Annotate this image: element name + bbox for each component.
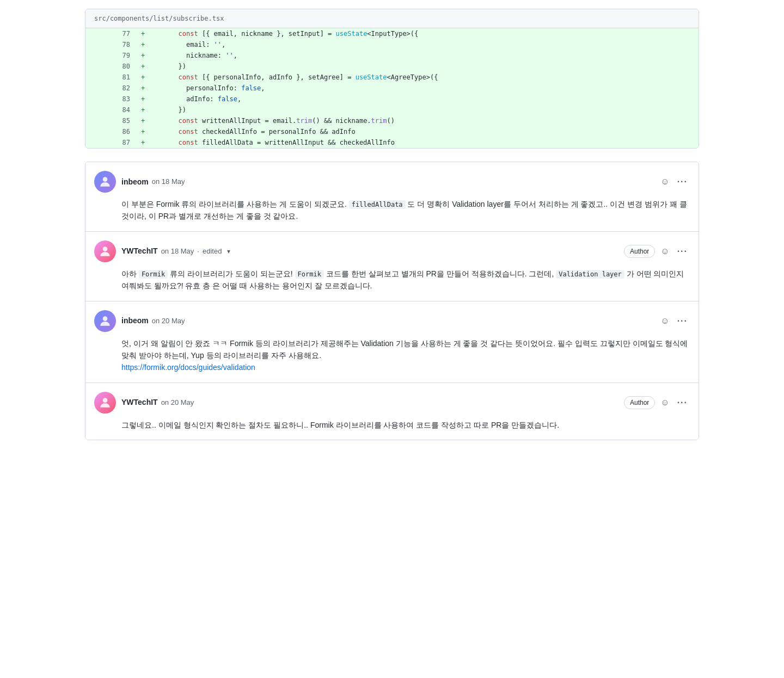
comment-body: 아하 Formik 류의 라이브러리가 도움이 되는군요! Formik 코드를… — [94, 268, 690, 292]
comment-body: 이 부분은 Formik 류의 라이브러리를 사용하는 게 도움이 되겠군요. … — [94, 198, 690, 223]
svg-point-1 — [103, 246, 108, 251]
code-line: 81+ const [{ personalInfo, adInfo }, set… — [85, 72, 699, 83]
line-number: 77 — [85, 28, 137, 39]
code-line: 86+ const checkedAllInfo = personalInfo … — [85, 126, 699, 137]
svg-point-2 — [103, 316, 108, 321]
line-number: 87 — [85, 137, 137, 148]
comment-item: inbeomon 18 May☺···이 부분은 Formik 류의 라이브러리… — [85, 162, 699, 232]
edited-label: edited — [203, 246, 222, 257]
comment-author-name: YWTechIT — [121, 397, 158, 408]
comment-thread: inbeomon 18 May☺···이 부분은 Formik 류의 라이브러리… — [85, 162, 699, 440]
more-options-button[interactable]: ··· — [675, 315, 690, 327]
code-line: 82+ personalInfo: false, — [85, 83, 699, 94]
line-content: email: '', — [161, 39, 699, 50]
author-badge: Author — [624, 396, 655, 409]
comment-header-right: ☺··· — [659, 176, 690, 188]
emoji-reaction-button[interactable]: ☺ — [659, 176, 670, 188]
comment-author-name: inbeom — [121, 315, 149, 326]
svg-point-0 — [103, 177, 108, 182]
code-table: 77+ const [{ email, nickname }, setInput… — [85, 28, 699, 148]
code-file-path: src/components/list/subscribe.tsx — [85, 9, 699, 28]
comment-header-left: inbeomon 20 May — [94, 310, 185, 332]
line-number: 84 — [85, 104, 137, 115]
comment-date: on 20 May — [161, 397, 194, 408]
line-content: const [{ email, nickname }, setInput] = … — [161, 28, 699, 39]
emoji-reaction-button[interactable]: ☺ — [659, 315, 670, 327]
more-options-button[interactable]: ··· — [675, 245, 690, 257]
line-marker: + — [137, 137, 161, 148]
line-marker: + — [137, 126, 161, 137]
line-marker: + — [137, 94, 161, 104]
inline-code: Formik — [295, 270, 324, 279]
line-content: const [{ personalInfo, adInfo }, setAgre… — [161, 72, 699, 83]
comment-meta: inbeomon 18 May — [121, 176, 185, 188]
comment-item: inbeomon 20 May☺···엇, 이거 왜 알림이 안 왔죠 ㅋㅋ F… — [85, 301, 699, 383]
line-number: 83 — [85, 94, 137, 104]
comment-header: YWTechITon 20 MayAuthor☺··· — [94, 392, 690, 414]
line-number: 86 — [85, 126, 137, 137]
comment-header-left: inbeomon 18 May — [94, 171, 185, 193]
line-content: nickname: '', — [161, 50, 699, 61]
line-number: 80 — [85, 61, 137, 72]
code-line: 83+ adInfo: false, — [85, 94, 699, 104]
comment-header: inbeomon 18 May☺··· — [94, 171, 690, 193]
comment-item: YWTechITon 18 May·edited▾Author☺···아하 Fo… — [85, 232, 699, 301]
line-content: adInfo: false, — [161, 94, 699, 104]
line-content: const writtenAllInput = email.trim() && … — [161, 115, 699, 126]
comment-body: 그렇네요.. 이메일 형식인지 확인하는 절차도 필요하니.. Formik 라… — [94, 419, 690, 431]
comment-header: inbeomon 20 May☺··· — [94, 310, 690, 332]
comment-header: YWTechITon 18 May·edited▾Author☺··· — [94, 241, 690, 262]
avatar — [94, 310, 116, 332]
more-options-button[interactable]: ··· — [675, 176, 690, 188]
avatar — [94, 241, 116, 262]
author-badge: Author — [624, 245, 655, 258]
line-number: 85 — [85, 115, 137, 126]
comment-meta: YWTechITon 20 May — [121, 397, 194, 408]
comment-header-left: YWTechITon 18 May·edited▾ — [94, 241, 232, 262]
line-marker: + — [137, 83, 161, 94]
comment-date: on 18 May — [161, 246, 194, 257]
code-line: 85+ const writtenAllInput = email.trim()… — [85, 115, 699, 126]
comment-body: 엇, 이거 왜 알림이 안 왔죠 ㅋㅋ Formik 등의 라이브러리가 제공해… — [94, 337, 690, 374]
line-marker: + — [137, 61, 161, 72]
comment-header-left: YWTechITon 20 May — [94, 392, 194, 414]
line-content: const filledAllData = writtenAllInput &&… — [161, 137, 699, 148]
line-marker: + — [137, 115, 161, 126]
comment-header-right: Author☺··· — [624, 245, 690, 258]
inline-code: filledAllData — [349, 200, 406, 209]
line-content: }) — [161, 104, 699, 115]
code-line: 78+ email: '', — [85, 39, 699, 50]
page-container: src/components/list/subscribe.tsx 77+ co… — [76, 0, 708, 449]
line-marker: + — [137, 50, 161, 61]
code-line: 80+ }) — [85, 61, 699, 72]
comment-header-right: ☺··· — [659, 315, 690, 327]
emoji-reaction-button[interactable]: ☺ — [659, 397, 670, 409]
comment-header-right: Author☺··· — [624, 396, 690, 409]
comment-item: YWTechITon 20 MayAuthor☺···그렇네요.. 이메일 형식… — [85, 383, 699, 440]
separator: · — [197, 246, 199, 257]
line-content: personalInfo: false, — [161, 83, 699, 94]
code-line: 84+ }) — [85, 104, 699, 115]
emoji-reaction-button[interactable]: ☺ — [659, 245, 670, 257]
avatar — [94, 171, 116, 193]
line-marker: + — [137, 28, 161, 39]
more-options-button[interactable]: ··· — [675, 397, 690, 409]
comment-date: on 18 May — [152, 176, 185, 187]
line-content: const checkedAllInfo = personalInfo && a… — [161, 126, 699, 137]
edit-dropdown-button[interactable]: ▾ — [225, 246, 232, 256]
line-marker: + — [137, 39, 161, 50]
code-line: 77+ const [{ email, nickname }, setInput… — [85, 28, 699, 39]
avatar — [94, 392, 116, 414]
svg-point-3 — [103, 398, 108, 403]
inline-code: Validation layer — [556, 270, 624, 279]
comment-meta: inbeomon 20 May — [121, 315, 185, 326]
inline-code: Formik — [139, 270, 168, 279]
comment-author-name: YWTechIT — [121, 245, 158, 257]
code-section: src/components/list/subscribe.tsx 77+ co… — [85, 9, 699, 149]
comment-link[interactable]: https://formik.org/docs/guides/validatio… — [121, 363, 255, 372]
line-content: }) — [161, 61, 699, 72]
line-number: 81 — [85, 72, 137, 83]
line-number: 82 — [85, 83, 137, 94]
line-marker: + — [137, 72, 161, 83]
comment-date: on 20 May — [152, 316, 185, 326]
